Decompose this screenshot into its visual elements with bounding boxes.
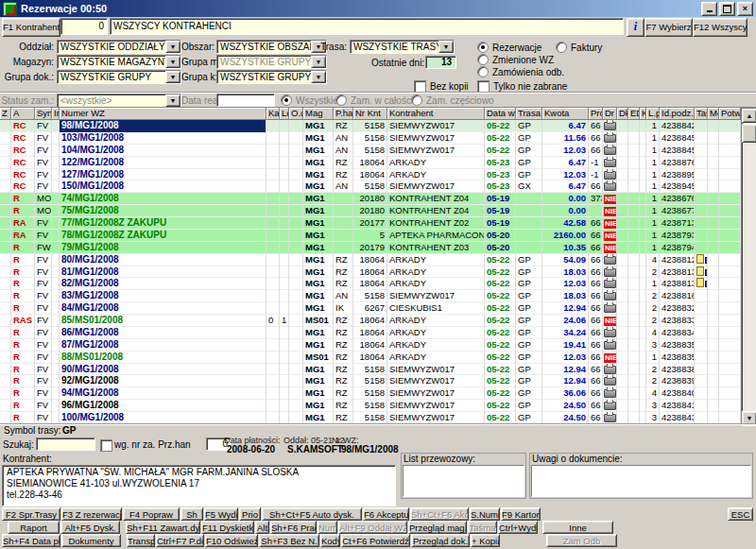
table-row[interactable]: RASFV85/MS01/200801MS01RZ18064ARKADY05-2… — [0, 315, 741, 327]
table-row[interactable]: RCFV150/MG1/2008MG1AN5158SIEMWYZW01705-2… — [0, 180, 741, 193]
oddzial-select[interactable]: WSZYSTKIE ODDZIAŁY▼ — [57, 40, 181, 54]
scroll-up-icon[interactable]: ▲ — [742, 109, 756, 123]
col-header-ld[interactable]: Ld — [280, 108, 289, 120]
table-row[interactable]: RCFV104/MG1/2008MG1AN5158SIEMWYZW01705-2… — [0, 145, 741, 157]
trasa-select[interactable]: WSZYSTKIE TRASY▼ — [350, 40, 455, 54]
chevron-down-icon[interactable]: ▼ — [311, 71, 326, 83]
col-header-kwota[interactable]: Kwota — [542, 108, 589, 120]
col-header-ka[interactable]: Ka — [266, 108, 280, 120]
col-header-dr[interactable]: Dr — [603, 108, 617, 120]
col-header-in[interactable]: In — [52, 108, 60, 120]
table-row[interactable]: RFV96/MG1/2008MG1RZ5158SIEMWYZW01705-22G… — [0, 400, 741, 412]
table-row[interactable]: RCFV127/MG1/2008MG1RZ18064ARKADY05-23GP1… — [0, 169, 741, 181]
f3-z-rezerwacji-button[interactable]: F3 Z rezerwacji — [61, 507, 122, 521]
col-header-z[interactable]: Z — [0, 108, 11, 120]
uwagi-box[interactable] — [531, 465, 751, 497]
sh-f4-data-pł-button[interactable]: Sh+F4 Data pł. — [2, 534, 60, 547]
table-row[interactable]: RFV82/MG1/2008MG1RZ18064ARKADY05-22GP12.… — [0, 278, 741, 290]
table-row[interactable]: RFV88/MS01/2008MS01RZ18064ARKADY05-22GP1… — [0, 352, 741, 364]
list-przewozowy-box[interactable] — [403, 465, 524, 497]
col-header-numer-wz[interactable]: Numer WZ — [60, 108, 266, 120]
prio-button[interactable]: Prio — [239, 507, 261, 521]
przegląd-dok-button[interactable]: Przegląd dok. — [411, 534, 470, 547]
obszar-select[interactable]: WSZYSTKIE OBSZARY▼ — [216, 40, 327, 54]
f7-wybierz-button[interactable]: F7 Wybierz — [644, 18, 693, 37]
kontrahent-name-field[interactable]: WSZYSCY KONTRAHENCI — [110, 18, 624, 35]
minimize-icon[interactable] — [701, 2, 717, 16]
ctrl-wydr-button[interactable]: Ctrl+Wydr. — [498, 521, 538, 534]
col-header-ed[interactable]: ED — [628, 108, 640, 120]
col-header-kontrahent[interactable]: Kontrahent — [387, 108, 485, 120]
col-header-l-pd[interactable]: L.pd — [646, 108, 660, 120]
f5-wydr-button[interactable]: F5 Wydr — [204, 507, 238, 521]
f12-wszyscy-button[interactable]: F12 Wszyscy — [693, 18, 747, 37]
f10-odśwież-button[interactable]: F10 Odśwież — [205, 534, 258, 547]
transp-button[interactable]: Transp. — [127, 534, 155, 547]
col-header-o-do[interactable]: O.do — [289, 108, 303, 120]
table-row[interactable]: RFV80/MG1/2008MG1RZ18064ARKADY05-22GP54.… — [0, 254, 741, 266]
magazyn-select[interactable]: WSZYSTKIE MAGAZYNY▼ — [57, 55, 181, 69]
chevron-down-icon[interactable]: ▼ — [165, 71, 180, 83]
radio-faktury[interactable]: Faktury — [556, 42, 602, 53]
s-numr-button[interactable]: S.Numr — [470, 507, 500, 521]
radio-zamowienia-odb[interactable]: Zamówienia odb. — [477, 66, 564, 77]
col-header-trasa[interactable]: Trasa — [516, 108, 542, 120]
f11-dyskietki-button[interactable]: F11 Dyskietki — [201, 521, 254, 534]
table-row[interactable]: RMO75/MG1/2008MG120180KONTRAHENT Z0405-1… — [0, 205, 741, 217]
vertical-scrollbar[interactable]: ▲ ▼ — [741, 108, 756, 426]
col-header-prc[interactable]: Prc — [589, 108, 603, 120]
esc-button[interactable]: ESC — [728, 507, 753, 521]
col-header-nr-knt[interactable]: Nr Knt — [353, 108, 387, 120]
alt-button[interactable]: Alt — [255, 521, 269, 534]
f4-popraw-button[interactable]: F4 Popraw — [123, 507, 180, 521]
col-header-k[interactable]: K — [640, 108, 646, 120]
ctrl-f7-p-dok-button[interactable]: Ctrl+F7 P.dok — [156, 534, 204, 547]
col-header-p-han[interactable]: P.han — [334, 108, 353, 120]
table-row[interactable]: RFV83/MG1/2008MG1AN5158SIEMWYZW01705-22G… — [0, 290, 741, 302]
kontrahent-details-box[interactable]: APTEKA PRYWATNA "ŚW. MICHAŁA" MGR FARM.J… — [2, 465, 396, 506]
sh-f3-bez-n-button[interactable]: Sh+F3 Bez N. — [259, 534, 319, 547]
col-header-syn[interactable]: Syn — [35, 108, 52, 120]
szukaj-input[interactable] — [36, 437, 95, 451]
checkbox-wg-nr-za[interactable] — [100, 439, 112, 452]
table-row[interactable]: RCFV103/MG1/2008MG1AN5158SIEMWYZW01705-2… — [0, 132, 741, 145]
table-row[interactable]: RCFV122/MG1/2008MG1RZ18064ARKADY05-23GP6… — [0, 157, 741, 169]
sh-ct-f5-auto-dysk-button[interactable]: Sh+Ct+F5 Auto dysk. — [262, 507, 362, 521]
table-row[interactable]: RFV90/MG1/2008MG1RZ5158SIEMWYZW01705-22G… — [0, 364, 741, 376]
table-row[interactable]: RAFV77/MG1/2008Z ZAKUPUMG120177KONTRAHEN… — [0, 217, 741, 230]
f6-akceptuj-button[interactable]: F6 Akceptuj — [363, 507, 409, 521]
table-row[interactable]: RFV81/MG1/2008MG1RZ18064ARKADY05-22GP18.… — [0, 266, 741, 279]
raport-button[interactable]: Raport — [8, 521, 60, 534]
col-header-data-wy[interactable]: Data wy — [485, 108, 516, 120]
kontrahent-count-field[interactable]: 0 — [60, 18, 108, 35]
inne-button[interactable]: Inne — [542, 521, 613, 534]
radio-zmienione-wz[interactable]: Zmienione WZ — [477, 54, 554, 65]
table-row[interactable]: RMO74/MG1/2008MG120180KONTRAHENT Z0405-1… — [0, 193, 741, 205]
f9-kartony-button[interactable]: F9 Kartony — [501, 507, 541, 521]
f1-kontrahent-button[interactable]: F1 Kontrahent — [2, 18, 60, 37]
col-header-mag[interactable]: Mag — [303, 108, 334, 120]
close-icon[interactable]: × — [737, 2, 753, 16]
table-row[interactable]: RFW79/MG1/2008MG120179KONTRAHENT Z0305-2… — [0, 242, 741, 254]
ct-f6-potwierdź-button[interactable]: Ct+F6 Potwierdź — [341, 534, 410, 547]
grupa-k-select[interactable]: WSZYSTKIE GRUPY▼ — [216, 70, 327, 84]
radio-rezerwacje[interactable]: Rezerwacje — [477, 42, 541, 53]
dokumenty-button[interactable]: Dokumenty — [61, 534, 121, 547]
sh-f11-zawart-dysk-button[interactable]: Sh+F11 Zawart.dysk — [126, 521, 200, 534]
ostatnie-dni-field[interactable]: 13 — [425, 56, 456, 69]
sh-f6-prac-button[interactable]: Sh+F6 Prac — [270, 521, 317, 534]
grupa-dok-select[interactable]: WSZYSTKIE GRUPY▼ — [57, 70, 181, 84]
sh-button[interactable]: Sh — [180, 507, 203, 521]
scrollbar-thumb[interactable] — [742, 124, 756, 143]
table-row[interactable]: RCFV98/MG1/2008MG1RZ5158SIEMWYZW01705-22… — [0, 120, 741, 132]
col-header-a[interactable]: A — [11, 108, 35, 120]
table-row[interactable]: RFV87/MG1/2008MG1RZ18064ARKADY05-22GP19.… — [0, 339, 741, 352]
table-row[interactable]: RFV92/MG1/2008MG1RZ5158SIEMWYZW01705-22G… — [0, 375, 741, 387]
col-header-dk[interactable]: Dk — [617, 108, 628, 120]
data-real-input[interactable] — [216, 94, 275, 107]
col-header-mo[interactable]: Mo — [708, 108, 719, 120]
kopia-button[interactable]: + Kopia — [471, 534, 500, 547]
kody-button[interactable]: Kody — [320, 534, 340, 547]
info-button[interactable]: i — [627, 18, 644, 37]
f2-spr-trasy-button[interactable]: F2 Spr.Trasy — [2, 507, 60, 521]
